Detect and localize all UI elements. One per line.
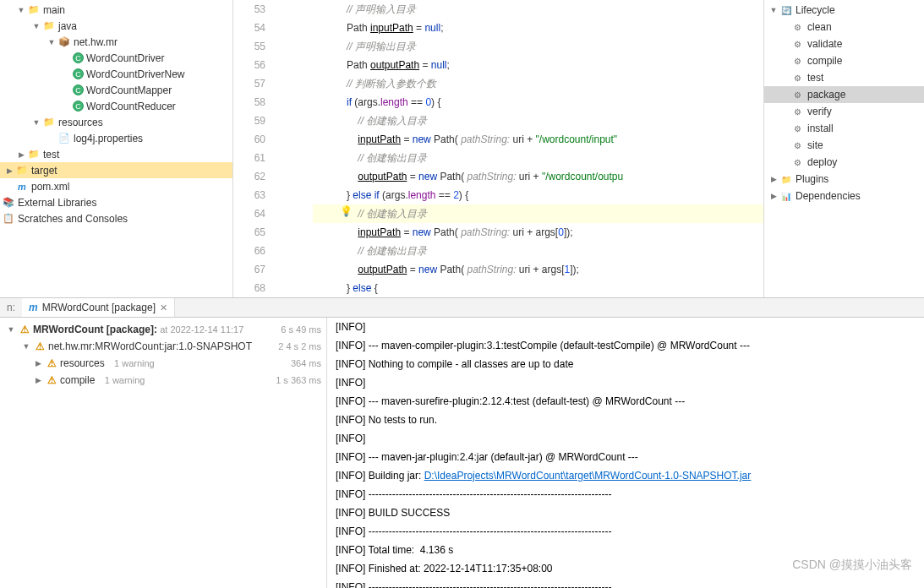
run-tab[interactable]: m MRWordCount [package] ✕ [22,298,175,317]
warn-icon: ⚠ [36,340,45,352]
maven-clean[interactable]: ⚙clean [764,19,924,35]
intention-bulb-icon[interactable]: 💡 [340,205,353,219]
warn-icon: ⚠ [47,357,57,369]
gear-icon: ⚙ [791,21,804,34]
class-icon: C [73,101,84,112]
tree-mapper[interactable]: CWordCountMapper [0,82,232,98]
watermark: CSDN @摸摸小油头客 [792,558,912,573]
gear-icon: ⚙ [791,89,804,101]
close-icon[interactable]: ✕ [160,302,167,313]
maven-deps[interactable]: ▶📊Dependencies [764,188,924,204]
gear-icon: ⚙ [791,122,804,135]
gear-icon: ⚙ [791,55,804,68]
maven-package[interactable]: ⚙package [764,86,924,103]
run-root[interactable]: ▼ ⚠ MRWordCount [package]: at 2022-12-14… [5,321,321,338]
build-console[interactable]: [INFO][INFO] --- maven-compiler-plugin:3… [327,318,924,588]
maven-test[interactable]: ⚙test [764,69,924,86]
tree-scratch[interactable]: 📋Scratches and Consoles [0,210,232,226]
jar-link[interactable]: D:\IdeaProjects\MRWordCount\target\MRWor… [424,470,752,482]
gear-icon: ⚙ [791,139,804,152]
maven-icon: m [15,180,29,193]
run-tab-bar: n: m MRWordCount [package] ✕ [0,298,924,318]
maven-site[interactable]: ⚙site [764,137,924,154]
scratch-icon: 📋 [2,212,15,226]
tree-test[interactable]: ▶📁test [0,146,232,162]
maven-compile[interactable]: ⚙compile [764,52,924,69]
lifecycle-icon: 🔄 [779,4,792,17]
tree-java[interactable]: ▼📁java [0,18,232,34]
run-artifact[interactable]: ▼ ⚠ net.hw.mr:MRWordCount:jar:1.0-SNAPSH… [5,338,321,355]
run-tree[interactable]: ▼ ⚠ MRWordCount [package]: at 2022-12-14… [0,318,327,588]
tree-target[interactable]: ▶📁target [0,162,232,178]
tree-extlib[interactable]: 📚External Libraries [0,194,232,210]
file-icon: 📄 [57,132,71,145]
gear-icon: ⚙ [791,38,804,51]
warn-icon: ⚠ [20,324,30,335]
tree-pom[interactable]: mpom.xml [0,178,232,194]
maven-plugins[interactable]: ▶📁Plugins [764,171,924,188]
project-tree[interactable]: ▼📁main ▼📁java ▼📦net.hw.mr CWordCountDriv… [0,0,233,297]
tree-main[interactable]: ▼📁main [0,2,232,18]
run-compile[interactable]: ▶ ⚠ compile 1 warning 1 s 363 ms [5,372,321,389]
tree-driver[interactable]: CWordCountDriver [0,50,232,66]
code-editor[interactable]: 53545556575859606162636465666768 // 声明输入… [233,0,763,297]
maven-lifecycle[interactable]: ▼🔄Lifecycle [764,2,924,19]
gear-icon: ⚙ [791,72,804,84]
class-icon: C [73,84,84,95]
tree-log4j[interactable]: 📄log4j.properties [0,130,232,146]
maven-deploy[interactable]: ⚙deploy [764,154,924,171]
run-prefix: n: [0,302,22,313]
tree-drivernew[interactable]: CWordCountDriverNew [0,66,232,82]
class-icon: C [73,52,84,63]
maven-verify[interactable]: ⚙verify [764,103,924,120]
run-resources[interactable]: ▶ ⚠ resources 1 warning 364 ms [5,355,321,372]
run-tab-label: MRWordCount [package] [42,302,156,313]
tree-resources[interactable]: ▼📁resources [0,114,232,130]
maven-panel[interactable]: ▼🔄Lifecycle ⚙clean ⚙validate ⚙compile ⚙t… [763,0,924,297]
library-icon: 📚 [2,196,15,210]
tree-reducer[interactable]: CWordCountReducer [0,98,232,114]
maven-icon: m [29,302,38,313]
plugins-icon: 📁 [779,173,792,186]
warn-icon: ⚠ [47,374,57,386]
maven-install[interactable]: ⚙install [764,120,924,137]
maven-validate[interactable]: ⚙validate [764,35,924,52]
class-icon: C [73,68,84,79]
deps-icon: 📊 [779,190,792,203]
gear-icon: ⚙ [791,106,804,118]
gear-icon: ⚙ [791,156,804,169]
tree-pkg[interactable]: ▼📦net.hw.mr [0,34,232,50]
